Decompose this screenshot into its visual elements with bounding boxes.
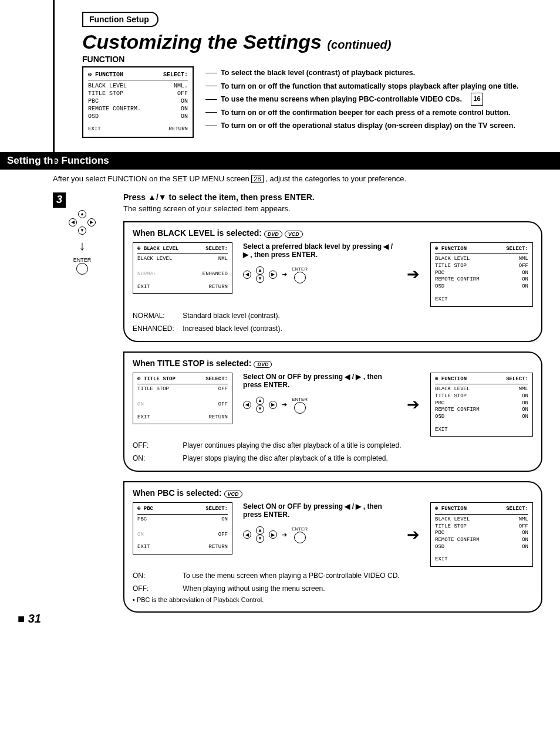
subheading-function: FUNCTION [82, 55, 542, 64]
panel-title: When PBC is selected: VCD [133, 488, 533, 498]
osd-row: TITLE STOPOFF [88, 90, 188, 97]
result-osd: ⊕ FUNCTIONSELECT:BLACK LEVELNMLTITLE STO… [430, 502, 533, 567]
enter-button-icon [76, 263, 88, 275]
osd-row: PBCON [88, 97, 188, 105]
panel-title: When TITLE STOP is selected: DVD [133, 359, 533, 368]
down-arrow-icon: ↓ [53, 238, 112, 253]
desc-pbc: To use the menu screens when playing PBC… [221, 93, 462, 106]
title-main: Customizing the Settings [82, 31, 322, 53]
osd-title: ⊕ FUNCTION [88, 71, 123, 79]
procedure-panel: When BLACK LEVEL is selected: DVD VCD⊕ B… [123, 221, 542, 342]
page-ref-16: 16 [471, 93, 483, 106]
arrow-right-icon: ➔ [407, 265, 420, 283]
intro-text: After you select FUNCTION on the SET UP … [53, 174, 542, 183]
panel-instruction: Select a preferred black level by pressi… [243, 242, 396, 285]
dpad-icon: ▲ ◀▶ ▼ [53, 210, 112, 235]
osd-return: RETURN [169, 126, 188, 133]
arrow-right-icon: ➔ [407, 395, 420, 414]
result-osd: ⊕ FUNCTIONSELECT:BLACK LEVELNMLTITLE STO… [430, 242, 533, 307]
step-number: 3 [53, 192, 66, 208]
disc-badge: DVD [254, 361, 272, 368]
disc-badge: VCD [224, 491, 242, 498]
osd-row: BLACK LEVELNML. [88, 82, 188, 90]
desc-title-stop: To turn on or off the function that auto… [221, 80, 518, 93]
function-osd-screenshot: ⊕ FUNCTION SELECT: BLACK LEVELNML.TITLE … [82, 66, 194, 138]
setting-osd: ⊕ BLACK LEVELSELECT:BLACK LEVELNMLNORMAL… [133, 242, 232, 295]
procedure-panel: When PBC is selected: VCD⊕ PBCSELECT:PBC… [123, 481, 542, 613]
osd-row: OSDON [88, 113, 188, 120]
section-tab: Function Setup [82, 12, 158, 27]
section-bar: Setting the Functions [0, 152, 560, 170]
arrow-right-icon: ➔ [407, 526, 420, 544]
disc-badge: DVD [264, 231, 282, 238]
nav-icons: ◀▲▼▶➔ENTER [243, 525, 396, 545]
desc-black-level: To select the black level (contrast) of … [221, 66, 415, 80]
disc-badge: VCD [285, 231, 303, 238]
step-title: Press ▲/▼ to select the item, then press… [123, 192, 542, 202]
procedure-panel: When TITLE STOP is selected: DVD⊕ TITLE … [123, 351, 542, 472]
definition-row: ON: To use the menu screen when playing … [133, 572, 533, 580]
function-descriptions: To select the black level (contrast) of … [205, 66, 542, 133]
setting-osd: ⊕ TITLE STOPSELECT:TITLE STOPOFFONOFFEXI… [133, 373, 232, 425]
definition-row: OFF: Player continues playing the disc a… [133, 441, 533, 449]
note-bullet: • PBC is the abbreviation of Playback Co… [133, 596, 533, 603]
setting-osd: ⊕ PBCSELECT:PBCONONOFFEXITRETURN [133, 502, 232, 555]
left-margin-rule [53, 0, 55, 164]
page-ref-28: 28 [251, 175, 263, 183]
step-subtitle: The setting screen of your selected item… [123, 204, 542, 213]
desc-osd: To turn on or off the operational status… [221, 119, 515, 133]
osd-row: REMOTE CONFIRM.ON [88, 105, 188, 113]
title-continued: (continued) [327, 38, 391, 51]
desc-remote-confirm: To turn on or off the confirmation beepe… [221, 106, 511, 120]
page-title: Customizing the Settings (continued) [82, 31, 542, 53]
definition-row: ENHANCED: Increased black level (contras… [133, 324, 533, 333]
nav-icons: ◀▲▼▶➔ENTER [243, 265, 396, 285]
definition-row: ON: Player stops playing the disc after … [133, 454, 533, 462]
page-number: 31 [18, 612, 41, 626]
nav-icons: ◀▲▼▶➔ENTER [243, 395, 396, 415]
result-osd: ⊕ FUNCTIONSELECT:BLACK LEVELNMLTITLE STO… [430, 373, 533, 437]
panel-instruction: Select ON or OFF by pressing ◀ / ▶ , the… [243, 373, 396, 415]
definition-row: OFF: When playing without using the menu… [133, 584, 533, 593]
osd-select-label: SELECT: [163, 71, 188, 79]
panel-instruction: Select ON or OFF by pressing ◀ / ▶ , the… [243, 502, 396, 545]
definition-row: NORMAL: Standard black level (contrast). [133, 312, 533, 320]
osd-exit: EXIT [88, 126, 101, 133]
panel-title: When BLACK LEVEL is selected: DVD VCD [133, 228, 533, 238]
enter-label: ENTER [53, 257, 112, 263]
